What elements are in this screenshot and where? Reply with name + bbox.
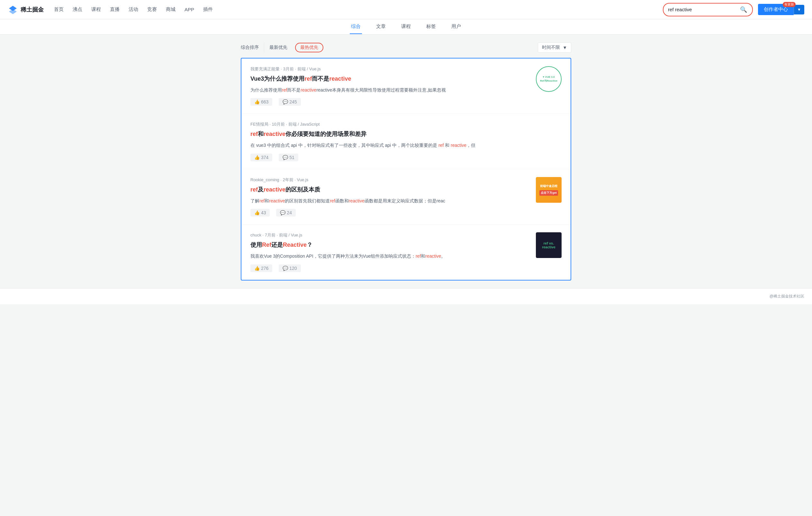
search-icon: 🔍 xyxy=(740,6,747,13)
update-badge: 有更新 xyxy=(783,2,795,7)
sort-right: 时间不限 ▼ xyxy=(538,42,571,53)
sort-item-最热优先[interactable]: 最热优先 xyxy=(295,43,323,52)
like-stat[interactable]: 👍 663 xyxy=(251,98,272,106)
time-filter[interactable]: 时间不限 ▼ xyxy=(538,42,571,53)
highlight-text: ref xyxy=(259,198,265,203)
article-card: 我要充满正能量 · 3月前 · 前端 / Vue.jsVue3为什么推荐使用re… xyxy=(241,59,571,114)
article-title[interactable]: ref和reactive你必须要知道的使用场景和差异 xyxy=(251,130,561,139)
like-stat[interactable]: 👍 276 xyxy=(251,265,272,272)
nav-item-APP[interactable]: APP xyxy=(184,7,194,12)
highlight-text: ref xyxy=(304,75,312,82)
highlight-text: reactive xyxy=(269,198,285,203)
article-stats: 👍 374💬 51 xyxy=(251,154,561,161)
comment-stat[interactable]: 💬 120 xyxy=(279,265,300,272)
create-center-button[interactable]: 有更新 创作者中心 xyxy=(758,4,794,15)
nav-item-插件[interactable]: 插件 xyxy=(203,6,213,12)
highlight-text: reactive xyxy=(451,143,466,148)
results-container: 我要充满正能量 · 3月前 · 前端 / Vue.jsVue3为什么推荐使用re… xyxy=(241,58,571,280)
logo[interactable]: 稀土掘金 xyxy=(8,4,44,15)
article-meta: chuck · 7月前 · 前端 / Vue.js xyxy=(251,232,529,238)
footer-text: @稀土掘金技术社区 xyxy=(770,294,804,299)
article-meta: Rookie_coming · 2年前 · Vue.js xyxy=(251,177,529,183)
highlight-text: reactive xyxy=(329,75,351,82)
article-desc: 在 vue3 中的组合式 api 中，针对响应式有了一些改变，其中响应式 api… xyxy=(251,142,561,149)
sort-item-综合排序[interactable]: 综合排序 xyxy=(241,43,264,52)
nav-item-课程[interactable]: 课程 xyxy=(91,6,101,12)
nav-item-首页[interactable]: 首页 xyxy=(54,6,64,12)
article-card: Rookie_coming · 2年前 · Vue.jsref及reactive… xyxy=(241,169,571,224)
highlight-text: reactive xyxy=(349,198,365,203)
comment-stat[interactable]: 💬 51 xyxy=(279,154,298,161)
highlight-text: ref xyxy=(251,186,258,193)
search-button[interactable]: 🔍 xyxy=(740,5,748,14)
article-thumbnail: ♥ VUE 3.0Ref与Reactive xyxy=(536,66,561,92)
highlight-text: reactive xyxy=(425,253,441,259)
article-stats: 👍 43💬 24 xyxy=(251,209,529,217)
sub-nav-item-用户[interactable]: 用户 xyxy=(450,20,462,34)
search-input[interactable] xyxy=(668,7,740,12)
sort-item-最新优先[interactable]: 最新优先 xyxy=(264,43,292,52)
nav-item-竞赛[interactable]: 竞赛 xyxy=(147,6,157,12)
search-box: 🔍 xyxy=(663,3,753,17)
article-content: Rookie_coming · 2年前 · Vue.jsref及reactive… xyxy=(251,177,529,217)
highlight-text: reactive xyxy=(300,87,316,93)
main-content: 综合排序 最新优先 最热优先 时间不限 ▼ 我要充满正能量 · 3月前 · 前端… xyxy=(236,42,576,280)
nav-item-活动[interactable]: 活动 xyxy=(128,6,138,12)
highlight-text: Ref xyxy=(262,242,271,248)
sub-nav-item-综合[interactable]: 综合 xyxy=(350,20,362,34)
comment-stat[interactable]: 💬 24 xyxy=(276,209,295,217)
article-content: 我要充满正能量 · 3月前 · 前端 / Vue.jsVue3为什么推荐使用re… xyxy=(251,66,529,106)
article-card: FE情报局 · 10月前 · 前端 / JavaScriptref和reacti… xyxy=(241,114,571,169)
header: 稀土掘金 首页沸点课程直播活动竞赛商城APP插件 🔍 有更新 创作者中心 ▼ xyxy=(0,0,812,19)
article-title[interactable]: Vue3为什么推荐使用ref而不是reactive xyxy=(251,74,529,83)
article-stats: 👍 276💬 120 xyxy=(251,265,529,272)
highlight-text: ref xyxy=(282,87,287,93)
article-thumbnail: ref vs.reactive xyxy=(536,232,561,258)
article-card: chuck · 7月前 · 前端 / Vue.js使用Ref还是Reactive… xyxy=(241,224,571,279)
article-meta: 我要充满正能量 · 3月前 · 前端 / Vue.js xyxy=(251,66,529,72)
sort-bar: 综合排序 最新优先 最热优先 时间不限 ▼ xyxy=(241,42,571,53)
article-content: chuck · 7月前 · 前端 / Vue.js使用Ref还是Reactive… xyxy=(251,232,529,272)
sub-nav-item-标签[interactable]: 标签 xyxy=(425,20,437,34)
article-stats: 👍 663💬 245 xyxy=(251,98,529,106)
highlight-text: ref xyxy=(251,131,258,137)
logo-text: 稀土掘金 xyxy=(21,6,44,13)
sub-nav-item-文章[interactable]: 文章 xyxy=(375,20,387,34)
article-thumbnail: 前端中途启程点击下方get xyxy=(536,177,561,203)
comment-stat[interactable]: 💬 245 xyxy=(279,98,300,106)
time-filter-label: 时间不限 xyxy=(542,45,560,51)
highlight-text: reactive xyxy=(264,131,286,137)
footer: @稀土掘金技术社区 xyxy=(0,288,812,304)
like-stat[interactable]: 👍 43 xyxy=(251,209,270,217)
article-desc: 了解ref和reactive的区别首先我们都知道ref函数和reactive函数… xyxy=(251,197,529,204)
create-btn-wrapper: 有更新 创作者中心 ▼ xyxy=(758,4,804,15)
create-center-arrow-button[interactable]: ▼ xyxy=(794,5,804,14)
highlight-text: reactive xyxy=(264,186,286,193)
article-content: FE情报局 · 10月前 · 前端 / JavaScriptref和reacti… xyxy=(251,121,561,161)
highlight-text: Reactive xyxy=(283,242,307,248)
search-area: 🔍 有更新 创作者中心 ▼ xyxy=(663,3,804,17)
article-desc: 为什么推荐使用ref而不是reactivereactive本身具有很大局限性导致… xyxy=(251,86,529,93)
highlight-text: ref xyxy=(330,198,335,203)
article-desc: 我喜欢Vue 3的Composition API，它提供了两种方法来为Vue组件… xyxy=(251,252,529,260)
article-title[interactable]: ref及reactive的区别及本质 xyxy=(251,185,529,194)
like-stat[interactable]: 👍 374 xyxy=(251,154,272,161)
main-nav: 首页沸点课程直播活动竞赛商城APP插件 xyxy=(54,6,213,12)
logo-icon xyxy=(8,4,18,15)
article-meta: FE情报局 · 10月前 · 前端 / JavaScript xyxy=(251,121,561,127)
sub-nav-item-课程[interactable]: 课程 xyxy=(400,20,412,34)
nav-item-商城[interactable]: 商城 xyxy=(166,6,175,12)
highlight-text: ref xyxy=(416,253,421,259)
article-title[interactable]: 使用Ref还是Reactive？ xyxy=(251,241,529,249)
nav-item-直播[interactable]: 直播 xyxy=(110,6,120,12)
time-filter-arrow: ▼ xyxy=(562,45,567,50)
svg-marker-1 xyxy=(9,9,17,14)
sub-nav: 综合 文章 课程 标签 用户 xyxy=(0,19,812,35)
highlight-text: ref xyxy=(438,143,444,148)
nav-item-沸点[interactable]: 沸点 xyxy=(72,6,82,12)
